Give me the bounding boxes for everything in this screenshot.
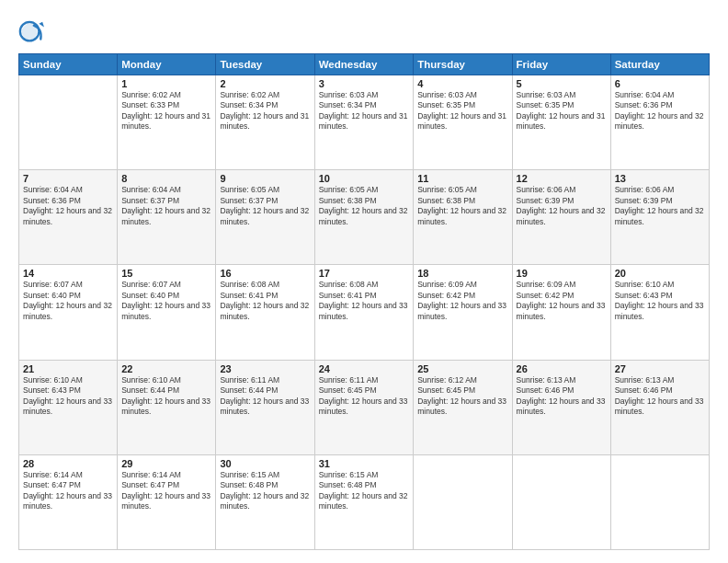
day-number: 14 bbox=[23, 268, 113, 279]
calendar-week-2: 7Sunrise: 6:04 AMSunset: 6:36 PMDaylight… bbox=[19, 170, 710, 265]
calendar-cell: 11Sunrise: 6:05 AMSunset: 6:38 PMDayligh… bbox=[414, 170, 512, 265]
day-number: 23 bbox=[220, 363, 310, 374]
day-number: 27 bbox=[615, 363, 705, 374]
day-info: Sunrise: 6:10 AMSunset: 6:43 PMDaylight:… bbox=[615, 280, 705, 322]
calendar-cell: 17Sunrise: 6:08 AMSunset: 6:41 PMDayligh… bbox=[314, 265, 414, 360]
calendar-cell: 7Sunrise: 6:04 AMSunset: 6:36 PMDaylight… bbox=[19, 170, 118, 265]
day-number: 20 bbox=[615, 268, 705, 279]
day-info: Sunrise: 6:15 AMSunset: 6:48 PMDaylight:… bbox=[319, 470, 410, 512]
day-info: Sunrise: 6:06 AMSunset: 6:39 PMDaylight:… bbox=[517, 185, 607, 227]
calendar-cell: 25Sunrise: 6:12 AMSunset: 6:45 PMDayligh… bbox=[414, 360, 512, 454]
day-info: Sunrise: 6:03 AMSunset: 6:35 PMDaylight:… bbox=[517, 90, 607, 132]
day-number: 11 bbox=[417, 173, 507, 184]
calendar-cell: 9Sunrise: 6:05 AMSunset: 6:37 PMDaylight… bbox=[216, 170, 314, 265]
calendar-week-5: 28Sunrise: 6:14 AMSunset: 6:47 PMDayligh… bbox=[19, 454, 710, 549]
day-number: 12 bbox=[517, 173, 607, 184]
calendar-cell: 22Sunrise: 6:10 AMSunset: 6:44 PMDayligh… bbox=[118, 360, 216, 454]
calendar-cell: 1Sunrise: 6:02 AMSunset: 6:33 PMDaylight… bbox=[118, 75, 216, 170]
day-info: Sunrise: 6:13 AMSunset: 6:46 PMDaylight:… bbox=[517, 375, 607, 418]
header bbox=[18, 17, 710, 46]
calendar-cell: 29Sunrise: 6:14 AMSunset: 6:47 PMDayligh… bbox=[118, 454, 216, 549]
calendar-cell: 2Sunrise: 6:02 AMSunset: 6:34 PMDaylight… bbox=[216, 75, 314, 170]
day-number: 26 bbox=[517, 363, 607, 374]
calendar-cell: 4Sunrise: 6:03 AMSunset: 6:35 PMDaylight… bbox=[414, 75, 512, 170]
calendar-cell: 23Sunrise: 6:11 AMSunset: 6:44 PMDayligh… bbox=[216, 360, 314, 454]
calendar-header-row: SundayMondayTuesdayWednesdayThursdayFrid… bbox=[19, 54, 710, 75]
day-info: Sunrise: 6:02 AMSunset: 6:33 PMDaylight:… bbox=[121, 90, 211, 132]
day-info: Sunrise: 6:03 AMSunset: 6:35 PMDaylight:… bbox=[417, 90, 507, 132]
day-info: Sunrise: 6:10 AMSunset: 6:44 PMDaylight:… bbox=[121, 375, 211, 418]
day-number: 31 bbox=[319, 458, 410, 469]
calendar-cell: 14Sunrise: 6:07 AMSunset: 6:40 PMDayligh… bbox=[19, 265, 118, 360]
calendar-cell: 13Sunrise: 6:06 AMSunset: 6:39 PMDayligh… bbox=[610, 170, 709, 265]
day-number: 7 bbox=[23, 173, 113, 184]
day-info: Sunrise: 6:12 AMSunset: 6:45 PMDaylight:… bbox=[417, 375, 507, 418]
calendar-header-thursday: Thursday bbox=[414, 54, 512, 75]
calendar-cell: 3Sunrise: 6:03 AMSunset: 6:34 PMDaylight… bbox=[314, 75, 414, 170]
day-number: 24 bbox=[319, 363, 410, 374]
calendar-header-friday: Friday bbox=[512, 54, 610, 75]
day-number: 19 bbox=[517, 268, 607, 279]
day-info: Sunrise: 6:11 AMSunset: 6:44 PMDaylight:… bbox=[220, 375, 310, 418]
calendar-cell bbox=[610, 454, 709, 549]
day-number: 25 bbox=[417, 363, 507, 374]
calendar-week-1: 1Sunrise: 6:02 AMSunset: 6:33 PMDaylight… bbox=[19, 75, 710, 170]
calendar-cell: 10Sunrise: 6:05 AMSunset: 6:38 PMDayligh… bbox=[314, 170, 414, 265]
calendar-cell: 30Sunrise: 6:15 AMSunset: 6:48 PMDayligh… bbox=[216, 454, 314, 549]
day-info: Sunrise: 6:03 AMSunset: 6:34 PMDaylight:… bbox=[319, 90, 410, 132]
calendar-cell: 27Sunrise: 6:13 AMSunset: 6:46 PMDayligh… bbox=[610, 360, 709, 454]
calendar-cell bbox=[19, 75, 118, 170]
day-info: Sunrise: 6:08 AMSunset: 6:41 PMDaylight:… bbox=[220, 280, 310, 322]
day-number: 9 bbox=[220, 173, 310, 184]
day-number: 17 bbox=[319, 268, 410, 279]
day-info: Sunrise: 6:05 AMSunset: 6:38 PMDaylight:… bbox=[319, 185, 410, 227]
calendar-cell: 31Sunrise: 6:15 AMSunset: 6:48 PMDayligh… bbox=[314, 454, 414, 549]
calendar-week-4: 21Sunrise: 6:10 AMSunset: 6:43 PMDayligh… bbox=[19, 360, 710, 454]
calendar-cell: 12Sunrise: 6:06 AMSunset: 6:39 PMDayligh… bbox=[512, 170, 610, 265]
day-info: Sunrise: 6:09 AMSunset: 6:42 PMDaylight:… bbox=[417, 280, 507, 322]
day-number: 30 bbox=[220, 458, 310, 469]
day-number: 22 bbox=[121, 363, 211, 374]
day-info: Sunrise: 6:05 AMSunset: 6:37 PMDaylight:… bbox=[220, 185, 310, 227]
calendar-cell: 16Sunrise: 6:08 AMSunset: 6:41 PMDayligh… bbox=[216, 265, 314, 360]
calendar-cell: 24Sunrise: 6:11 AMSunset: 6:45 PMDayligh… bbox=[314, 360, 414, 454]
day-info: Sunrise: 6:14 AMSunset: 6:47 PMDaylight:… bbox=[23, 470, 113, 512]
calendar-cell: 6Sunrise: 6:04 AMSunset: 6:36 PMDaylight… bbox=[610, 75, 709, 170]
day-number: 13 bbox=[615, 173, 705, 184]
day-number: 4 bbox=[417, 78, 507, 89]
calendar-cell: 18Sunrise: 6:09 AMSunset: 6:42 PMDayligh… bbox=[414, 265, 512, 360]
day-info: Sunrise: 6:11 AMSunset: 6:45 PMDaylight:… bbox=[319, 375, 410, 418]
day-number: 29 bbox=[121, 458, 211, 469]
calendar-header-wednesday: Wednesday bbox=[314, 54, 414, 75]
calendar-cell bbox=[512, 454, 610, 549]
day-number: 16 bbox=[220, 268, 310, 279]
calendar-cell: 28Sunrise: 6:14 AMSunset: 6:47 PMDayligh… bbox=[19, 454, 118, 549]
calendar-cell: 21Sunrise: 6:10 AMSunset: 6:43 PMDayligh… bbox=[19, 360, 118, 454]
day-info: Sunrise: 6:08 AMSunset: 6:41 PMDaylight:… bbox=[319, 280, 410, 322]
day-info: Sunrise: 6:04 AMSunset: 6:37 PMDaylight:… bbox=[121, 185, 211, 227]
logo bbox=[18, 20, 48, 46]
calendar-cell: 5Sunrise: 6:03 AMSunset: 6:35 PMDaylight… bbox=[512, 75, 610, 170]
day-info: Sunrise: 6:06 AMSunset: 6:39 PMDaylight:… bbox=[615, 185, 705, 227]
calendar-header-tuesday: Tuesday bbox=[216, 54, 314, 75]
day-number: 18 bbox=[417, 268, 507, 279]
calendar-week-3: 14Sunrise: 6:07 AMSunset: 6:40 PMDayligh… bbox=[19, 265, 710, 360]
calendar-cell: 26Sunrise: 6:13 AMSunset: 6:46 PMDayligh… bbox=[512, 360, 610, 454]
calendar-cell: 15Sunrise: 6:07 AMSunset: 6:40 PMDayligh… bbox=[118, 265, 216, 360]
day-number: 15 bbox=[121, 268, 211, 279]
day-info: Sunrise: 6:13 AMSunset: 6:46 PMDaylight:… bbox=[615, 375, 705, 418]
day-number: 10 bbox=[319, 173, 410, 184]
day-info: Sunrise: 6:14 AMSunset: 6:47 PMDaylight:… bbox=[121, 470, 211, 512]
day-info: Sunrise: 6:10 AMSunset: 6:43 PMDaylight:… bbox=[23, 375, 113, 418]
calendar-cell: 8Sunrise: 6:04 AMSunset: 6:37 PMDaylight… bbox=[118, 170, 216, 265]
day-number: 8 bbox=[121, 173, 211, 184]
day-number: 28 bbox=[23, 458, 113, 469]
calendar-cell: 19Sunrise: 6:09 AMSunset: 6:42 PMDayligh… bbox=[512, 265, 610, 360]
day-info: Sunrise: 6:05 AMSunset: 6:38 PMDaylight:… bbox=[417, 185, 507, 227]
day-info: Sunrise: 6:15 AMSunset: 6:48 PMDaylight:… bbox=[220, 470, 310, 512]
day-info: Sunrise: 6:07 AMSunset: 6:40 PMDaylight:… bbox=[23, 280, 113, 322]
day-info: Sunrise: 6:09 AMSunset: 6:42 PMDaylight:… bbox=[517, 280, 607, 322]
calendar-cell bbox=[414, 454, 512, 549]
day-number: 6 bbox=[615, 78, 705, 89]
calendar-header-saturday: Saturday bbox=[610, 54, 709, 75]
